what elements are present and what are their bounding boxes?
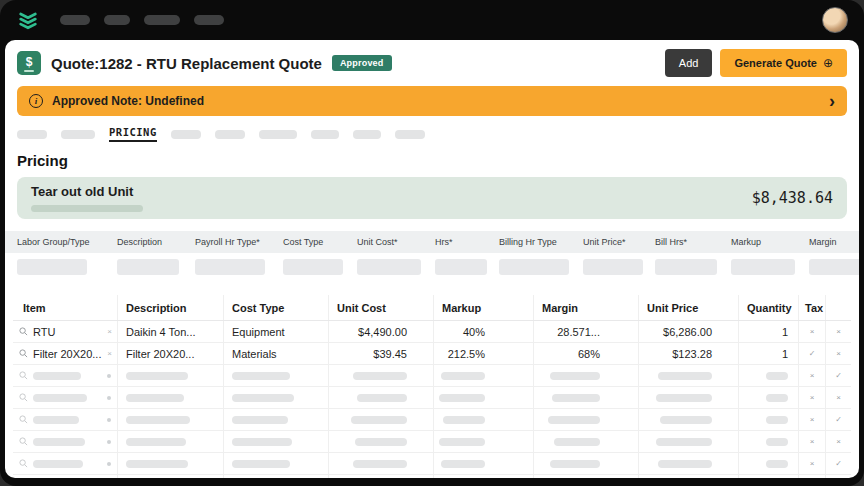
description-cell[interactable] — [117, 431, 223, 452]
markup-cell[interactable] — [433, 475, 533, 478]
clear-icon[interactable]: × — [107, 327, 112, 336]
cost-type-cell[interactable] — [223, 409, 328, 430]
item-cell[interactable]: Filter 20X20... × — [13, 343, 117, 364]
tab-placeholder[interactable] — [215, 130, 245, 139]
unit-price-input[interactable] — [583, 259, 643, 275]
cost-type-cell[interactable] — [223, 365, 328, 386]
item-cell[interactable] — [13, 431, 117, 452]
unit-price-cell[interactable] — [638, 365, 738, 386]
margin-cell[interactable] — [533, 453, 638, 474]
unit-cost-cell[interactable] — [328, 475, 433, 478]
markup-cell[interactable] — [433, 387, 533, 408]
unit-price-cell[interactable] — [638, 475, 738, 478]
tab-placeholder[interactable] — [259, 130, 297, 139]
markup-cell[interactable] — [433, 365, 533, 386]
unit-price-cell[interactable] — [638, 409, 738, 430]
clear-icon[interactable] — [107, 440, 111, 444]
billing-hr-type-input[interactable] — [499, 259, 569, 275]
item-cell[interactable] — [13, 475, 117, 478]
tax-toggle-1[interactable]: × — [798, 453, 825, 474]
description-input[interactable] — [117, 259, 179, 275]
app-logo-icon[interactable] — [16, 8, 40, 32]
unit-cost-cell[interactable] — [328, 409, 433, 430]
cost-type-cell[interactable]: Materials — [223, 343, 328, 364]
unit-price-cell[interactable] — [638, 453, 738, 474]
cost-type-input[interactable] — [283, 259, 343, 275]
margin-cell[interactable] — [533, 409, 638, 430]
nav-item-placeholder[interactable] — [194, 15, 224, 25]
unit-price-cell[interactable]: $123.28 — [638, 343, 738, 364]
cost-type-cell[interactable] — [223, 431, 328, 452]
nav-item-placeholder[interactable] — [144, 15, 180, 25]
unit-cost-cell[interactable] — [328, 453, 433, 474]
margin-cell[interactable] — [533, 431, 638, 452]
tax-toggle-1[interactable]: ✓ — [798, 343, 825, 364]
bill-hrs-input[interactable] — [655, 259, 717, 275]
quantity-cell[interactable]: 1 — [738, 343, 798, 364]
quantity-cell[interactable] — [738, 431, 798, 452]
markup-cell[interactable]: 212.5% — [433, 343, 533, 364]
margin-cell[interactable]: 68% — [533, 343, 638, 364]
unit-price-cell[interactable]: $6,286.00 — [638, 321, 738, 342]
unit-cost-cell[interactable] — [328, 365, 433, 386]
tax-toggle-2[interactable]: ✓ — [825, 409, 851, 430]
tax-toggle-1[interactable]: × — [798, 321, 825, 342]
tax-toggle-1[interactable]: × — [798, 409, 825, 430]
tax-toggle-1[interactable]: × — [798, 431, 825, 452]
clear-icon[interactable] — [107, 418, 111, 422]
item-cell[interactable]: RTU × — [13, 321, 117, 342]
cost-type-cell[interactable] — [223, 475, 328, 478]
item-cell[interactable] — [13, 387, 117, 408]
description-cell[interactable]: Daikin 4 Ton... — [117, 321, 223, 342]
clear-icon[interactable] — [107, 462, 111, 466]
item-cell[interactable] — [13, 409, 117, 430]
unit-price-cell[interactable] — [638, 387, 738, 408]
unit-price-cell[interactable] — [638, 431, 738, 452]
clear-icon[interactable]: × — [107, 349, 112, 358]
unit-cost-cell[interactable] — [328, 431, 433, 452]
tax-toggle-1[interactable]: × — [798, 475, 825, 478]
tab-placeholder[interactable] — [311, 130, 339, 139]
description-cell[interactable] — [117, 453, 223, 474]
item-cell[interactable] — [13, 365, 117, 386]
quantity-cell[interactable] — [738, 409, 798, 430]
nav-item-placeholder[interactable] — [104, 15, 130, 25]
tax-toggle-2[interactable]: × — [825, 387, 851, 408]
labor-group-type-input[interactable] — [17, 259, 87, 275]
description-cell[interactable]: Filter 20X20... — [117, 343, 223, 364]
tab-placeholder[interactable] — [17, 130, 47, 139]
chevron-right-icon[interactable]: › — [829, 92, 835, 110]
quantity-cell[interactable] — [738, 475, 798, 478]
tab-placeholder[interactable] — [353, 130, 381, 139]
markup-cell[interactable]: 40% — [433, 321, 533, 342]
tax-toggle-2[interactable]: × — [825, 343, 851, 364]
hrs-input[interactable] — [435, 259, 487, 275]
user-avatar[interactable] — [822, 7, 848, 33]
tax-toggle-2[interactable]: ✓ — [825, 453, 851, 474]
unit-cost-cell[interactable]: $39.45 — [328, 343, 433, 364]
quantity-cell[interactable] — [738, 365, 798, 386]
tab-placeholder[interactable] — [395, 130, 425, 139]
add-button[interactable]: Add — [665, 49, 713, 77]
description-cell[interactable] — [117, 475, 223, 478]
clear-icon[interactable] — [107, 374, 111, 378]
tab-placeholder[interactable] — [61, 130, 95, 139]
quantity-cell[interactable] — [738, 387, 798, 408]
tax-toggle-2[interactable]: ✓ — [825, 365, 851, 386]
markup-cell[interactable] — [433, 431, 533, 452]
quantity-cell[interactable]: 1 — [738, 321, 798, 342]
tax-toggle-1[interactable]: × — [798, 387, 825, 408]
tab-placeholder[interactable] — [171, 130, 201, 139]
nav-item-placeholder[interactable] — [60, 15, 90, 25]
margin-input[interactable] — [809, 259, 859, 275]
tax-toggle-1[interactable]: × — [798, 365, 825, 386]
description-cell[interactable] — [117, 409, 223, 430]
generate-quote-button[interactable]: Generate Quote ⊕ — [720, 49, 847, 77]
unit-cost-cell[interactable] — [328, 387, 433, 408]
tab-pricing[interactable]: PRICING — [109, 126, 157, 142]
markup-cell[interactable] — [433, 453, 533, 474]
unit-cost-cell[interactable]: $4,490.00 — [328, 321, 433, 342]
cost-type-cell[interactable]: Equipment — [223, 321, 328, 342]
description-cell[interactable] — [117, 365, 223, 386]
pricing-group-panel[interactable]: Tear out old Unit $8,438.64 — [17, 177, 847, 219]
